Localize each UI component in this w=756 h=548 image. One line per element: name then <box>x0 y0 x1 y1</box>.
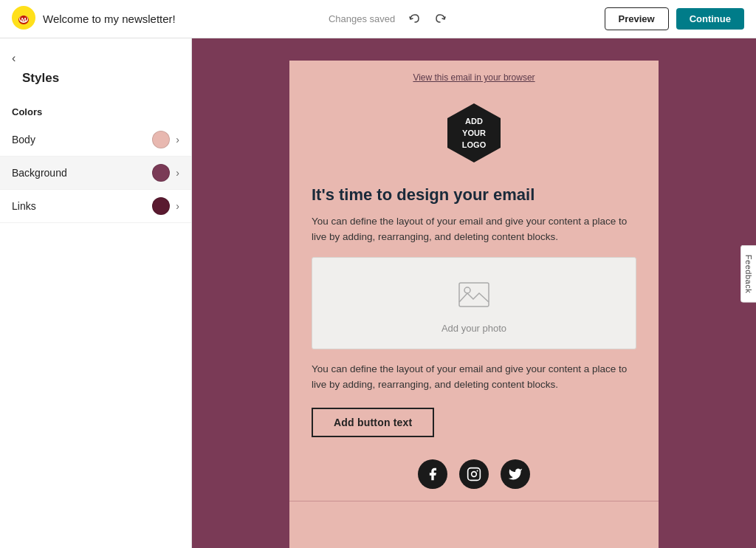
undo-button[interactable] <box>404 9 425 30</box>
svg-point-10 <box>464 287 470 293</box>
topbar-left: M Welcome to my newsletter! <box>12 6 176 32</box>
links-color-row[interactable]: Links › <box>0 190 191 223</box>
svg-text:LOGO: LOGO <box>462 140 487 149</box>
photo-icon <box>454 280 494 315</box>
preview-button[interactable]: Preview <box>605 7 669 30</box>
svg-text:YOUR: YOUR <box>462 129 486 137</box>
svg-point-13 <box>477 470 478 471</box>
svg-point-12 <box>472 472 477 477</box>
email-divider <box>289 501 659 501</box>
topbar-right: Preview Continue <box>605 7 744 30</box>
mailchimp-logo: M <box>12 6 35 32</box>
background-color-row[interactable]: Background › <box>0 157 191 190</box>
links-color-right: › <box>152 197 179 215</box>
continue-button[interactable]: Continue <box>676 8 744 30</box>
links-chevron-icon: › <box>176 200 179 212</box>
browser-link[interactable]: View this email in your browser <box>289 61 659 89</box>
background-chevron-icon: › <box>176 167 179 179</box>
body-color-swatch <box>152 131 170 148</box>
cta-button-wrapper: Add button text <box>312 405 636 452</box>
svg-text:M: M <box>21 16 27 23</box>
background-color-swatch <box>152 164 170 182</box>
links-color-label: Links <box>12 200 36 212</box>
feedback-tab[interactable]: Feedback <box>740 245 756 303</box>
facebook-icon[interactable] <box>418 459 447 489</box>
body-color-right: › <box>152 131 179 148</box>
background-color-right: › <box>152 164 179 182</box>
main-layout: ‹ Styles Colors Body › Background › Link… <box>0 38 756 548</box>
cta-button[interactable]: Add button text <box>312 408 434 437</box>
instagram-icon[interactable] <box>459 459 489 489</box>
email-footer-text: You can define the layout of your email … <box>312 361 636 405</box>
save-status: Changes saved <box>329 13 395 24</box>
svg-rect-9 <box>459 283 489 306</box>
redo-button[interactable] <box>430 9 451 30</box>
body-color-row[interactable]: Body › <box>0 123 191 157</box>
sidebar-back-button[interactable]: ‹ <box>0 38 191 71</box>
photo-label: Add your photo <box>441 323 506 334</box>
twitter-icon[interactable] <box>501 459 530 489</box>
email-content: It's time to design your email You can d… <box>289 177 659 452</box>
svg-rect-11 <box>468 468 481 481</box>
body-chevron-icon: › <box>176 134 179 145</box>
email-headline: It's time to design your email <box>312 177 636 213</box>
email-frame: View this email in your browser ADD YOUR… <box>289 61 659 548</box>
email-logo-area: ADD YOUR LOGO <box>289 89 659 177</box>
sidebar-title: Styles <box>0 71 191 97</box>
email-logo: ADD YOUR LOGO <box>441 100 506 165</box>
background-color-label: Background <box>12 167 67 179</box>
back-arrow-icon: ‹ <box>12 52 16 65</box>
sidebar: ‹ Styles Colors Body › Background › Link… <box>0 38 192 548</box>
topbar: M Welcome to my newsletter! Changes save… <box>0 0 756 38</box>
topbar-center: Changes saved <box>329 9 451 30</box>
svg-text:ADD: ADD <box>465 117 483 126</box>
social-icons <box>289 452 659 501</box>
page-title: Welcome to my newsletter! <box>43 13 176 25</box>
email-body-text: You can define the layout of your email … <box>312 213 636 257</box>
colors-section-label: Colors <box>0 97 191 123</box>
body-color-label: Body <box>12 134 35 145</box>
links-color-swatch <box>152 197 170 215</box>
email-preview-area: View this email in your browser ADD YOUR… <box>192 38 756 548</box>
photo-placeholder[interactable]: Add your photo <box>312 257 636 349</box>
